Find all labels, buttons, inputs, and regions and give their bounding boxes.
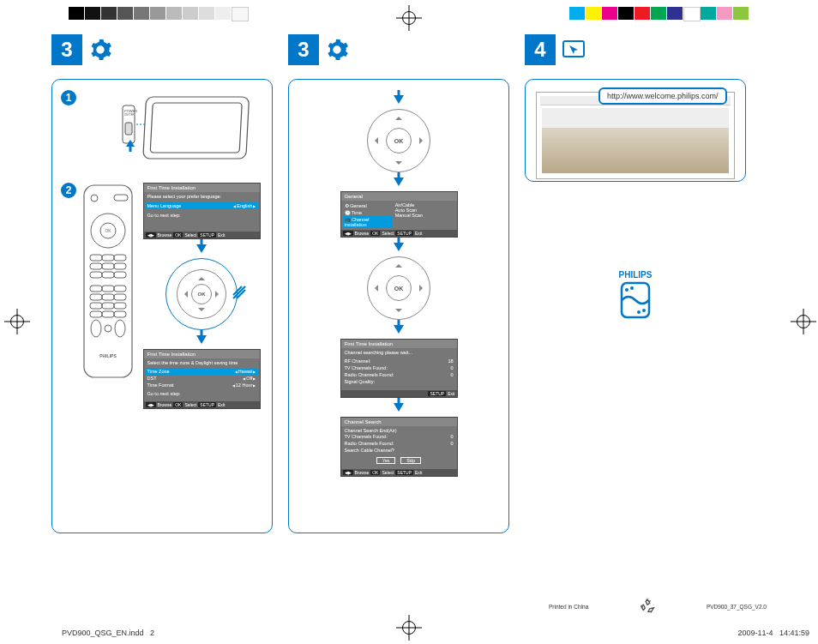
color-bar: [569, 7, 749, 20]
step-number: 3: [51, 34, 82, 65]
footer-row: Printed in China PVD900_37_QSG_V2.0: [549, 597, 767, 617]
osd-row: DSTOff: [147, 375, 256, 382]
osd-scanning: First Time Installation Channel searchin…: [340, 339, 458, 398]
press-action-icon: [232, 283, 249, 300]
osd-timezone: First Time Installation Select the time …: [143, 349, 261, 409]
osd-footer: ◀▶Browse OKSelect SETUPExit: [144, 401, 260, 408]
svg-rect-6: [84, 185, 132, 377]
osd-row: Time ZoneHawaii: [145, 368, 259, 375]
url-callout: http://www.welcome.philips.com/: [598, 87, 727, 105]
osd-channel-menu: General ⚙ General 🕐 Time 📺 Channel insta…: [340, 191, 458, 238]
osd-scan-msg: Channel searching please wait...: [345, 350, 454, 355]
osd-title: First Time Installation: [144, 350, 260, 358]
screen-cursor-icon: [561, 37, 586, 63]
skip-button: Skip: [400, 457, 421, 464]
logo-text: PHILIPS: [619, 270, 653, 280]
substep-1: 1: [61, 90, 76, 105]
remote-dpad: OK: [177, 269, 226, 319]
philips-logo: PHILIPS: [525, 268, 746, 328]
osd-footer: ◀▶Browse OKSelect SETUPExit: [144, 232, 260, 238]
recycle-icon: [638, 597, 657, 617]
substep-2: 2: [61, 183, 76, 198]
imprint: PVD900_QSG_EN.indd 2: [62, 629, 154, 637]
ok-button: OK: [191, 284, 212, 304]
page-content: 3 3 4: [51, 34, 767, 600]
osd-prompt: Please select your prefer language:: [147, 194, 256, 199]
svg-text:ON·OFF: ON·OFF: [124, 113, 134, 117]
osd-scan-end: Channel Search Channel Search End(Air) T…: [340, 417, 458, 477]
ok-button: OK: [386, 128, 412, 153]
osd-title: General: [341, 192, 457, 201]
arrow-down-icon: [394, 403, 404, 412]
doc-id: PVD900_37_QSG_V2.0: [707, 604, 767, 610]
osd-title: First Time Installation: [341, 340, 457, 348]
step-header-3: 4: [525, 34, 746, 65]
step-header-1: 3: [51, 34, 273, 65]
greyscale-bar: [69, 7, 249, 20]
osd-language: First Time Installation Please select yo…: [143, 183, 261, 239]
remote-illustration: OK PHILIPS: [81, 183, 135, 380]
svg-rect-4: [125, 123, 132, 135]
crosshair-top: [396, 5, 422, 31]
arrow-down-icon: [196, 244, 207, 253]
website-screenshot: http://www.welcome.philips.com/: [536, 92, 735, 179]
step-header-2: 3: [288, 34, 509, 65]
osd-footer: ◀▶Browse OKSelect SETUPExit: [341, 469, 457, 476]
remote-dpad: OK: [367, 256, 430, 320]
osd-row-lang: Menu Language English: [145, 202, 259, 209]
yes-button: Yes: [376, 457, 395, 464]
crosshair-left: [4, 309, 30, 334]
crosshair-right: [791, 309, 816, 334]
gear-icon: [87, 37, 113, 63]
arrow-down-icon: [394, 325, 404, 334]
arrow-down-icon: [196, 335, 207, 344]
gear-icon: [324, 37, 350, 63]
remote-brand: PHILIPS: [99, 353, 117, 358]
panel-setup-2: OK General ⚙ General 🕐 Time 📺 Channel in…: [288, 79, 509, 533]
remote-dpad: OK: [367, 109, 430, 172]
osd-title: Channel Search: [341, 418, 457, 426]
osd-menu-left: ⚙ General 🕐 Time 📺 Channel installation: [341, 201, 394, 230]
svg-point-37: [625, 288, 629, 292]
panel-website: http://www.welcome.philips.com/: [525, 79, 746, 182]
svg-text:OK: OK: [105, 228, 111, 233]
osd-title: First Time Installation: [144, 184, 260, 192]
timestamp: 2009-11-4 14:41:59: [737, 629, 809, 637]
svg-point-40: [642, 309, 646, 312]
osd-row: Time Format12 Hour: [147, 382, 256, 388]
portable-dvd-illustration: POWER ON·OFF: [87, 90, 258, 167]
crosshair-bottom: [396, 615, 422, 641]
osd-next: Go to next step:: [147, 213, 256, 218]
svg-rect-2: [150, 103, 242, 153]
printed-in: Printed in China: [549, 604, 588, 610]
osd-prompt: Select the time zone & Daylight saving t…: [147, 360, 256, 365]
step-number: 4: [525, 34, 556, 65]
column-3: http://www.welcome.philips.com/ PHILIPS: [525, 79, 746, 533]
svg-point-39: [637, 310, 641, 314]
panel-setup-1: 1 POWER ON·OFF: [51, 79, 273, 533]
step-number: 3: [288, 34, 319, 65]
arrow-down-icon: [394, 178, 404, 186]
arrow-down-icon: [394, 95, 404, 104]
remote-nav-highlight: OK: [165, 258, 238, 330]
svg-rect-1: [143, 97, 250, 159]
osd-next: Go to next step:: [147, 391, 256, 396]
svg-point-38: [630, 286, 634, 290]
osd-footer: ◀▶Browse OKSelect SETUPExit: [341, 230, 457, 237]
osd-footer: SETUPExit: [341, 390, 457, 397]
ok-button: OK: [386, 275, 412, 301]
arrow-down-icon: [394, 243, 404, 251]
osd-menu-right: Air/Cable Auto Scan Manual Scan: [394, 201, 457, 230]
